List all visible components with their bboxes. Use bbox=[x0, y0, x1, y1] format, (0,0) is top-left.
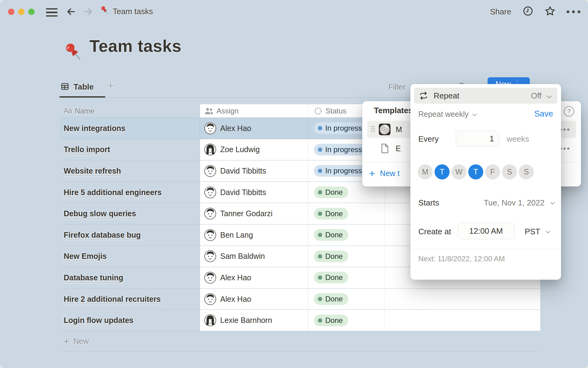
task-name-cell[interactable]: Website refresh bbox=[60, 160, 200, 182]
plus-icon: + bbox=[64, 336, 69, 347]
assignee-cell[interactable]: Sam Baldwin bbox=[200, 246, 308, 267]
status-dot-icon bbox=[318, 169, 322, 173]
every-value-input[interactable]: 1 bbox=[456, 131, 499, 147]
sidebar-toggle-icon[interactable] bbox=[46, 8, 58, 17]
new-template-label: New t bbox=[380, 169, 400, 178]
task-name-cell[interactable]: Hire 2 additional recruiters bbox=[60, 289, 200, 310]
assignee-cell[interactable]: Alex Hao bbox=[200, 118, 308, 139]
day-toggle-t[interactable]: T bbox=[435, 164, 450, 179]
assignee-name: Alex Hao bbox=[220, 124, 251, 133]
assignee-cell[interactable]: Lexie Barnhorn bbox=[200, 310, 308, 331]
new-row-button[interactable]: + New bbox=[60, 331, 540, 352]
starts-date-value[interactable]: Tue, Nov 1, 2022 bbox=[484, 198, 545, 208]
task-name-cell[interactable]: Hire 5 additional engineers bbox=[60, 182, 200, 203]
task-name: Website refresh bbox=[64, 167, 121, 175]
back-icon[interactable] bbox=[66, 6, 77, 17]
task-name-cell[interactable]: Trello import bbox=[60, 139, 200, 160]
share-button[interactable]: Share bbox=[490, 7, 511, 17]
create-at-time-input[interactable]: 12:00 AM bbox=[458, 223, 514, 239]
template-more-icon[interactable]: ••• bbox=[560, 144, 571, 153]
status-cell[interactable]: Done bbox=[308, 224, 385, 246]
status-badge: Done bbox=[314, 251, 348, 262]
text-type-icon: Aa bbox=[64, 107, 72, 115]
avatar bbox=[204, 250, 216, 262]
status-dot-icon bbox=[318, 297, 322, 301]
assignee-cell[interactable]: Ben Lang bbox=[200, 224, 308, 246]
task-name-cell[interactable]: Debug slow queries bbox=[60, 203, 200, 224]
save-button[interactable]: Save bbox=[534, 109, 553, 119]
chevron-down-icon bbox=[546, 229, 551, 235]
status-dot-icon bbox=[318, 212, 322, 216]
avatar bbox=[204, 229, 216, 241]
templates-title: Templates bbox=[374, 106, 413, 115]
day-toggle-s[interactable]: S bbox=[502, 164, 517, 179]
status-dot-icon bbox=[318, 318, 322, 323]
forward-icon[interactable] bbox=[83, 6, 94, 17]
assignee-cell[interactable]: Alex Hao bbox=[200, 289, 308, 310]
window-title: Team tasks bbox=[113, 7, 153, 16]
task-name: Hire 5 additional engineers bbox=[64, 188, 162, 197]
pushpin-icon bbox=[99, 4, 110, 16]
assignee-name: Ben Lang bbox=[220, 231, 253, 240]
assignee-cell[interactable]: Alex Hao bbox=[200, 267, 308, 288]
assignee-cell[interactable]: Tanner Godarzi bbox=[200, 203, 308, 224]
timezone-value[interactable]: PST bbox=[525, 227, 540, 236]
empty-cell[interactable] bbox=[385, 310, 540, 331]
task-name-cell[interactable]: Firefox database bug bbox=[60, 224, 200, 246]
page-icon-pushpin[interactable] bbox=[61, 39, 85, 63]
status-badge: Done bbox=[314, 272, 348, 283]
status-badge: Done bbox=[314, 293, 348, 305]
day-toggle-m[interactable]: M bbox=[418, 164, 433, 179]
task-name-cell[interactable]: New Emojis bbox=[60, 246, 200, 267]
status-label: Done bbox=[325, 295, 343, 303]
status-cell[interactable]: Done bbox=[308, 203, 385, 224]
avatar bbox=[204, 208, 216, 220]
minimize-window-button[interactable] bbox=[18, 9, 24, 15]
task-name: New Emojis bbox=[64, 252, 107, 261]
table-row: Hire 2 additional recruiters Alex Hao Do… bbox=[60, 289, 540, 310]
assignee-cell[interactable]: David Tibbitts bbox=[200, 160, 308, 182]
task-name-cell[interactable]: New integrations bbox=[60, 118, 200, 139]
status-cell[interactable]: Done bbox=[308, 289, 385, 310]
updates-clock-icon[interactable] bbox=[522, 6, 533, 17]
more-icon[interactable] bbox=[567, 10, 580, 13]
template-more-icon[interactable]: ••• bbox=[560, 125, 571, 134]
day-toggle-t[interactable]: T bbox=[468, 164, 483, 179]
close-window-button[interactable] bbox=[8, 9, 14, 15]
repeat-menu-item[interactable]: Repeat Off bbox=[414, 88, 557, 104]
column-header-assign[interactable]: Assign bbox=[200, 104, 308, 117]
status-label: Done bbox=[325, 188, 343, 197]
status-cell[interactable]: Done bbox=[308, 310, 385, 331]
assignee-cell[interactable]: Zoe Ludwig bbox=[200, 139, 308, 160]
repeat-label: Repeat bbox=[434, 91, 459, 101]
column-header-name[interactable]: Aa Name bbox=[60, 104, 200, 117]
add-view-button[interactable]: + bbox=[107, 79, 114, 92]
task-name-cell[interactable]: Login flow updates bbox=[60, 310, 200, 331]
help-icon[interactable]: ? bbox=[564, 106, 574, 117]
page-title[interactable]: Team tasks bbox=[89, 36, 182, 56]
avatar bbox=[204, 293, 216, 305]
new-template-button[interactable]: + New t bbox=[369, 167, 400, 179]
status-label: In progress bbox=[325, 167, 362, 175]
task-name-cell[interactable]: Database tuning bbox=[60, 267, 200, 288]
day-toggle-w[interactable]: W bbox=[451, 164, 466, 179]
drag-handle-icon[interactable] bbox=[371, 126, 375, 133]
task-name: Database tuning bbox=[64, 273, 123, 282]
day-toggle-f[interactable]: F bbox=[485, 164, 500, 179]
active-tab-indicator bbox=[59, 96, 105, 98]
tab-table[interactable]: Table bbox=[74, 82, 94, 92]
status-dot-icon bbox=[318, 254, 322, 259]
cd-icon bbox=[379, 123, 391, 136]
empty-cell[interactable] bbox=[385, 289, 540, 310]
zoom-window-button[interactable] bbox=[28, 9, 35, 15]
assignee-cell[interactable]: David Tibbitts bbox=[200, 182, 308, 203]
status-cell[interactable]: Done bbox=[308, 267, 385, 288]
table-row: Login flow updates Lexie Barnhorn Done bbox=[60, 310, 540, 331]
status-cell[interactable]: Done bbox=[308, 246, 385, 267]
repeat-off-value[interactable]: Off bbox=[531, 91, 541, 101]
filter-button[interactable]: Filter bbox=[388, 82, 405, 91]
status-badge: Done bbox=[314, 229, 348, 241]
day-toggle-s[interactable]: S bbox=[519, 164, 534, 179]
favorite-star-icon[interactable] bbox=[545, 6, 556, 17]
frequency-dropdown[interactable]: Repeat weekly bbox=[418, 110, 477, 119]
